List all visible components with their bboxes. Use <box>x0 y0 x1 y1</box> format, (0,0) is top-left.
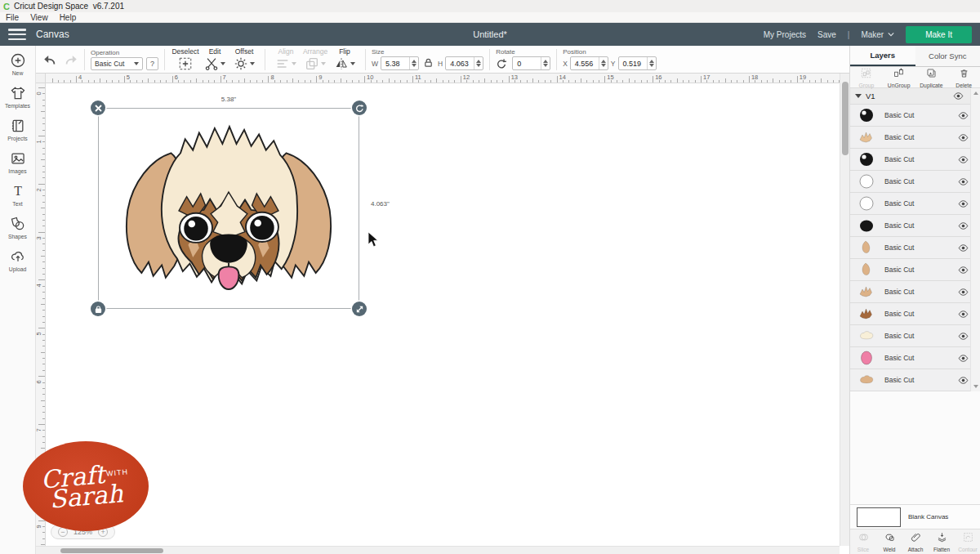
scroll-down-icon[interactable] <box>973 385 978 388</box>
layer-visibility-toggle[interactable] <box>958 355 969 362</box>
operation-label: Operation <box>91 49 119 56</box>
horizontal-scrollbar-thumb[interactable] <box>60 548 163 553</box>
tab-color-sync[interactable]: Color Sync <box>915 46 980 66</box>
menu-file[interactable]: File <box>0 13 24 22</box>
layer-visibility-toggle[interactable] <box>958 222 969 230</box>
duplicate-button[interactable]: Duplicate <box>915 67 948 88</box>
rotate-icon <box>496 58 507 69</box>
rotate-input[interactable]: 0 <box>512 56 550 70</box>
sidebar-item-new[interactable]: New <box>0 52 36 76</box>
layer-visibility-toggle[interactable] <box>958 112 969 119</box>
vertical-scrollbar[interactable] <box>840 74 849 546</box>
flatten-button[interactable]: Flatten <box>929 531 955 552</box>
upload-icon <box>10 248 26 265</box>
position-y-input[interactable]: 0.519 <box>618 56 657 70</box>
layer-visibility-toggle[interactable] <box>958 156 969 163</box>
menu-help[interactable]: Help <box>54 13 82 22</box>
edit-button[interactable]: Edit <box>200 47 229 71</box>
sidebar-item-text[interactable]: TText <box>0 183 36 207</box>
undo-icon[interactable] <box>42 52 57 67</box>
operation-help-button[interactable]: ? <box>146 57 158 70</box>
group-visibility-toggle[interactable] <box>953 92 964 100</box>
width-stepper[interactable] <box>409 57 418 69</box>
layer-row[interactable]: Basic Cut <box>850 369 980 391</box>
position-y-stepper[interactable] <box>647 57 656 69</box>
layer-row[interactable]: Basic Cut <box>850 105 980 127</box>
blank-canvas-row: Blank Canvas <box>850 504 980 529</box>
menubar: FileViewHelp <box>0 12 980 23</box>
layer-thumbnail-spiky <box>858 129 875 145</box>
layer-row[interactable]: Basic Cut <box>850 237 980 259</box>
deselect-button[interactable]: Deselect <box>171 47 200 71</box>
panel-tabs: LayersColor Sync <box>850 46 980 67</box>
menu-view[interactable]: View <box>24 13 54 22</box>
layer-visibility-toggle[interactable] <box>958 377 969 384</box>
layer-row[interactable]: Basic Cut <box>850 127 980 149</box>
position-x-input[interactable]: 4.556 <box>570 56 608 70</box>
svg-text:T: T <box>14 184 22 198</box>
sidebar-item-upload[interactable]: Upload <box>0 248 36 272</box>
delete-button[interactable]: Delete <box>947 67 980 88</box>
layer-visibility-toggle[interactable] <box>958 244 969 252</box>
sidebar-item-shapes[interactable]: Shapes <box>0 216 36 239</box>
layer-row[interactable]: Basic Cut <box>850 193 980 215</box>
slice-button: Slice <box>850 531 876 552</box>
layer-group-row[interactable]: V1 <box>850 88 980 105</box>
layer-visibility-toggle[interactable] <box>958 311 969 318</box>
my-projects-link[interactable]: My Projects <box>764 30 806 39</box>
layer-row[interactable]: Basic Cut <box>850 347 980 369</box>
attach-button[interactable]: Attach <box>902 531 929 552</box>
layer-row[interactable]: Basic Cut <box>850 259 980 281</box>
delete-handle[interactable] <box>91 101 105 115</box>
sidebar-item-projects[interactable]: Projects <box>0 118 36 141</box>
layer-thumbnail-scallop <box>858 328 875 344</box>
sidebar-item-templates[interactable]: Templates <box>0 85 36 109</box>
layer-row[interactable]: Basic Cut <box>850 215 980 237</box>
flip-button[interactable]: Flip <box>330 47 359 71</box>
size-lock-icon[interactable] <box>423 56 434 68</box>
make-it-button[interactable]: Make It <box>906 26 972 43</box>
save-link[interactable]: Save <box>817 30 836 39</box>
panel-scrollbar[interactable] <box>970 88 980 391</box>
layer-row[interactable]: Basic Cut <box>850 325 980 347</box>
height-stepper[interactable] <box>474 57 483 69</box>
width-input[interactable]: 5.38 <box>381 56 419 70</box>
selection-width-label: 5.38" <box>98 96 359 103</box>
layer-row[interactable]: Basic Cut <box>850 149 980 171</box>
layer-visibility-toggle[interactable] <box>958 333 969 340</box>
caret-down-icon <box>134 62 139 65</box>
collapse-triangle-icon[interactable] <box>855 94 862 98</box>
layer-visibility-toggle[interactable] <box>958 266 969 274</box>
hamburger-menu-icon[interactable] <box>8 29 26 40</box>
layer-row[interactable]: Basic Cut <box>850 281 980 303</box>
machine-select[interactable]: Maker <box>861 30 894 39</box>
contour-icon <box>963 531 973 546</box>
weld-button[interactable]: Weld <box>876 531 902 552</box>
layer-visibility-toggle[interactable] <box>958 200 969 208</box>
caret-down-icon <box>220 62 225 65</box>
tab-layers[interactable]: Layers <box>850 46 915 66</box>
offset-button[interactable]: Offset <box>229 47 259 71</box>
vertical-scrollbar-thumb[interactable] <box>842 82 849 155</box>
height-input[interactable]: 4.063 <box>445 56 483 70</box>
sidebar-item-images[interactable]: Images <box>0 150 36 174</box>
layer-visibility-toggle[interactable] <box>958 178 969 185</box>
position-x-stepper[interactable] <box>599 57 608 69</box>
layer-row[interactable]: Basic Cut <box>850 171 980 193</box>
horizontal-scrollbar[interactable] <box>36 546 840 554</box>
dog-image[interactable] <box>100 111 357 306</box>
operation-dropdown[interactable]: Basic Cut <box>91 57 143 70</box>
rotate-stepper[interactable] <box>541 57 550 69</box>
app-header: Canvas Untitled* My Projects Save | Make… <box>0 23 980 46</box>
ungroup-button[interactable]: UnGroup <box>883 67 915 88</box>
layer-visibility-toggle[interactable] <box>958 134 969 141</box>
layer-row[interactable]: Basic Cut <box>850 303 980 325</box>
caret-down-icon <box>321 62 326 65</box>
canvas-color-swatch[interactable] <box>857 507 901 527</box>
layer-thumbnail-circle <box>858 195 875 212</box>
lock-handle[interactable] <box>91 302 105 316</box>
layer-visibility-toggle[interactable] <box>958 288 969 296</box>
scroll-up-icon[interactable] <box>973 92 978 95</box>
resize-handle[interactable] <box>352 302 367 316</box>
rotate-handle[interactable] <box>352 101 367 115</box>
